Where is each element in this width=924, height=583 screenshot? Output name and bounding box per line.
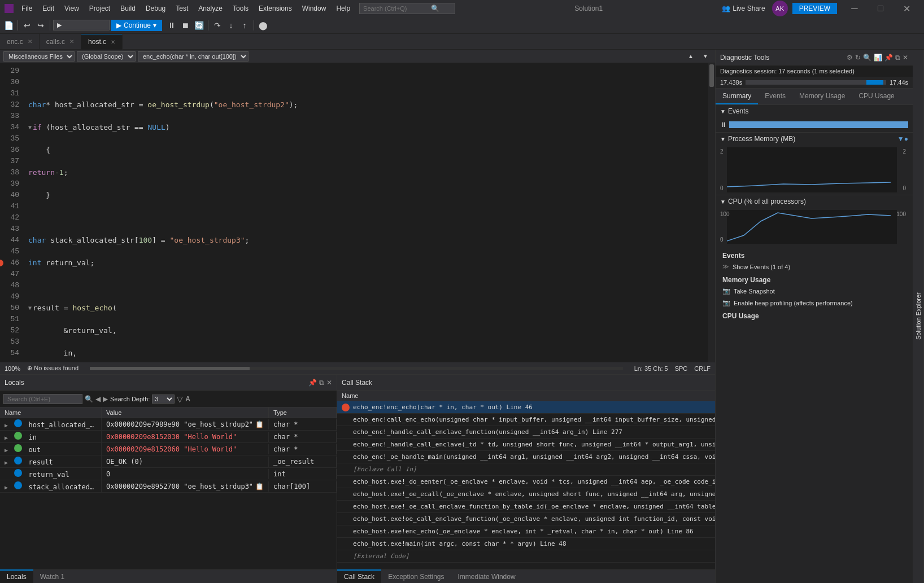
menu-view[interactable]: View: [60, 3, 84, 14]
menu-tools[interactable]: Tools: [228, 3, 253, 14]
scroll-up-button[interactable]: ▲: [685, 50, 697, 63]
stop-button[interactable]: ⏹: [179, 19, 191, 32]
scroll-down-button[interactable]: ▼: [699, 50, 712, 63]
restart-button[interactable]: 🔄: [193, 19, 205, 32]
tab-host-c[interactable]: host.c ✕: [81, 34, 123, 50]
locals-table-header: Name Value Type: [0, 407, 337, 418]
take-snapshot-item[interactable]: 📷 Take Snapshot: [718, 285, 910, 297]
local-row-result[interactable]: ▶ result OE_OK (0) _oe_result: [0, 455, 337, 468]
local-row-return-val[interactable]: ▶ return_val 0 int: [0, 468, 337, 480]
diag-settings-icon[interactable]: ⚙: [847, 54, 853, 62]
menu-extensions[interactable]: Extensions: [254, 3, 297, 14]
copy-icon-stack[interactable]: 📋: [255, 483, 264, 490]
editor-scrollbar-thumb[interactable]: [709, 64, 714, 87]
diag-tab-summary[interactable]: Summary: [716, 89, 758, 104]
user-avatar[interactable]: AK: [772, 1, 788, 16]
continue-button[interactable]: ▶ Continue ▾: [111, 20, 162, 31]
diag-float-icon[interactable]: ⧉: [895, 54, 900, 62]
filter-icon[interactable]: ▽: [177, 394, 183, 404]
locals-close-icon[interactable]: ✕: [326, 379, 332, 387]
memory-info-icon[interactable]: ●: [904, 135, 908, 143]
live-share-button[interactable]: 👥 Live Share: [722, 5, 765, 12]
locals-float-icon[interactable]: ⧉: [319, 379, 324, 387]
code-editor[interactable]: 29 30 31 32 33 34 35 36 37 38 39 40 41 4…: [0, 63, 715, 362]
redo-button[interactable]: ↪: [34, 19, 47, 32]
tab-locals[interactable]: Locals: [0, 569, 33, 583]
preview-button[interactable]: PREVIEW: [792, 3, 837, 14]
search-depth-select[interactable]: 3: [152, 394, 175, 404]
local-row-stack-str[interactable]: ▶ stack_allocated_str 0x00000209e8952700…: [0, 480, 337, 493]
tab-enc-c-close[interactable]: ✕: [28, 38, 32, 45]
diag-chart-icon[interactable]: 📊: [874, 54, 882, 62]
search-box[interactable]: 🔍: [359, 3, 455, 14]
close-button[interactable]: ✕: [894, 0, 919, 17]
diag-pin-icon[interactable]: 📌: [884, 54, 893, 62]
cpu-section-header[interactable]: ▼ CPU (% of all processors): [716, 195, 913, 208]
tab-host-c-close[interactable]: ✕: [111, 39, 115, 45]
heap-profiling-item[interactable]: 📷 Enable heap profiling (affects perform…: [718, 297, 910, 309]
pause-button[interactable]: ⏸: [165, 19, 178, 32]
expand-icon-result[interactable]: ▶: [5, 459, 8, 466]
tab-calls-c-close[interactable]: ✕: [69, 38, 74, 45]
diag-tab-events[interactable]: Events: [758, 89, 792, 104]
step-out-button[interactable]: ↑: [238, 19, 251, 32]
minimize-button[interactable]: ─: [842, 0, 868, 17]
diag-tab-memory[interactable]: Memory Usage: [792, 89, 852, 104]
new-project-button[interactable]: 📄: [2, 19, 15, 32]
undo-button[interactable]: ↩: [21, 19, 33, 32]
solution-explorer-tab[interactable]: Solution Explorer: [913, 50, 924, 583]
menu-file[interactable]: File: [17, 3, 37, 14]
tab-immediate-window[interactable]: Immediate Window: [451, 569, 522, 583]
expand-icon-in[interactable]: ▶: [5, 435, 8, 441]
local-row-out[interactable]: ▶ out 0x00000209e8152060 "Hello World" c…: [0, 443, 337, 455]
tab-calls-c[interactable]: calls.c ✕: [40, 34, 81, 50]
nav-back-icon[interactable]: ◀: [95, 395, 101, 403]
tab-enc-c[interactable]: enc.c ✕: [0, 34, 40, 50]
global-scope-dropdown[interactable]: (Global Scope): [77, 51, 136, 62]
app-icon: [5, 4, 14, 13]
scope-dropdown[interactable]: Miscellaneous Files: [3, 51, 75, 62]
menu-window[interactable]: Window: [298, 3, 331, 14]
memory-filter-icon[interactable]: ▼: [897, 135, 904, 143]
menu-analyze[interactable]: Analyze: [194, 3, 227, 14]
format-icon[interactable]: A: [185, 395, 190, 403]
code-content[interactable]: char* host_allocated_str = oe_host_strdu…: [24, 63, 708, 362]
locals-search-input[interactable]: [3, 394, 82, 404]
symbol-dropdown[interactable]: enc_echo(char * in, char out[100]): [138, 51, 249, 62]
search-input[interactable]: [363, 5, 431, 12]
locals-pin-icon[interactable]: 📌: [308, 379, 317, 387]
diag-refresh-icon[interactable]: ↻: [855, 54, 861, 62]
local-row-in[interactable]: ▶ in 0x00000209e8152030 "Hello World" ch…: [0, 431, 337, 443]
step-over-button[interactable]: ↷: [211, 19, 224, 32]
locals-search-icon[interactable]: 🔍: [85, 395, 93, 403]
menu-test[interactable]: Test: [171, 3, 193, 14]
diag-close-icon[interactable]: ✕: [903, 54, 908, 62]
maximize-button[interactable]: □: [868, 0, 894, 17]
memory-section-header[interactable]: ▼ Process Memory (MB) ▼ ●: [716, 132, 913, 145]
config-dropdown[interactable]: ▶: [53, 20, 110, 30]
diag-search-icon[interactable]: 🔍: [863, 54, 871, 62]
menu-build[interactable]: Build: [116, 3, 140, 14]
events-section-label: Events: [728, 107, 749, 115]
events-section-header[interactable]: ▼ Events: [716, 104, 913, 117]
menu-help[interactable]: Help: [332, 3, 355, 14]
events-section-body: ⏸: [716, 117, 913, 132]
editor-scrollbar[interactable]: [708, 63, 715, 362]
memory-right-label-bottom: 0: [903, 185, 906, 191]
menu-edit[interactable]: Edit: [38, 3, 59, 14]
nav-forward-icon[interactable]: ▶: [103, 395, 108, 403]
tab-watch-1[interactable]: Watch 1: [33, 569, 72, 583]
menu-project[interactable]: Project: [85, 3, 115, 14]
show-events-item[interactable]: ≫ Show Events (1 of 4): [718, 261, 910, 273]
expand-icon-stack[interactable]: ▶: [5, 484, 8, 490]
menu-debug[interactable]: Debug: [141, 3, 170, 14]
expand-icon-out[interactable]: ▶: [5, 447, 8, 453]
copy-icon[interactable]: 📋: [255, 420, 264, 428]
tab-call-stack[interactable]: Call Stack: [337, 569, 381, 583]
step-into-button[interactable]: ↓: [225, 19, 237, 32]
local-row-host-allocated-str[interactable]: ▶ host_allocated_str 0x00000209e7989e90 …: [0, 418, 337, 431]
breakpoints-button[interactable]: ⬤: [257, 19, 269, 32]
diag-tab-cpu[interactable]: CPU Usage: [852, 89, 901, 104]
expand-icon[interactable]: ▶: [5, 422, 8, 428]
tab-exception-settings[interactable]: Exception Settings: [381, 569, 451, 583]
